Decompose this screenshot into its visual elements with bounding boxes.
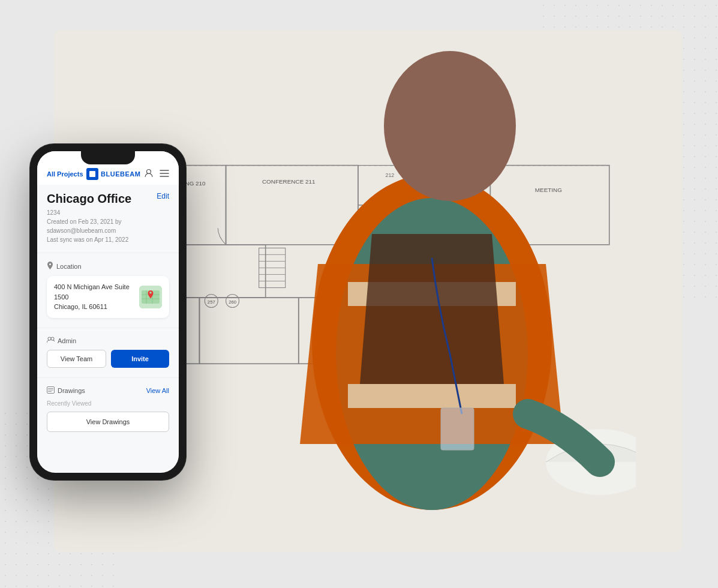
- location-card: 400 N Michigan Ave Suite 1500 Chicago, I…: [47, 276, 169, 318]
- svg-point-54: [48, 337, 51, 340]
- edit-link[interactable]: Edit: [157, 192, 169, 200]
- svg-rect-25: [299, 298, 431, 364]
- location-section-label: Location: [47, 262, 169, 271]
- svg-rect-5: [424, 166, 490, 205]
- project-title: Chicago Office: [47, 192, 131, 206]
- logo-box-inner: [89, 171, 95, 177]
- svg-text:MEETING: MEETING: [535, 187, 562, 193]
- location-icon: [47, 262, 53, 271]
- svg-point-55: [51, 337, 54, 340]
- svg-text:257: 257: [208, 299, 215, 305]
- divider-3: [37, 377, 179, 378]
- phone-body: All Projects BLUEBEAM: [30, 144, 186, 480]
- project-title-row: Chicago Office Edit: [47, 192, 169, 206]
- view-all-link[interactable]: View All: [146, 387, 169, 394]
- svg-rect-2: [226, 166, 358, 245]
- drawings-label: Drawings: [58, 387, 85, 394]
- user-icon[interactable]: [144, 169, 154, 180]
- svg-text:212: 212: [386, 172, 395, 178]
- address-line1: 400 N Michigan Ave Suite 1500: [54, 282, 139, 302]
- drawings-header: Drawings View All: [47, 386, 169, 395]
- view-drawings-button[interactable]: View Drawings: [47, 412, 169, 432]
- drawings-section-label: Drawings: [47, 386, 85, 395]
- admin-section-label: Admin: [47, 337, 169, 345]
- map-thumbnail[interactable]: [139, 286, 162, 308]
- svg-text:260: 260: [229, 299, 236, 305]
- logo-icon: [86, 168, 98, 180]
- recently-viewed-label: Recently Viewed: [47, 400, 169, 407]
- admin-icon: [47, 337, 55, 345]
- location-label: Location: [56, 263, 82, 270]
- phone-mockup: All Projects BLUEBEAM: [30, 144, 186, 480]
- project-sync: Last sync was on Apr 11, 2022: [47, 235, 169, 244]
- svg-rect-4: [358, 205, 424, 245]
- svg-text:215: 215: [452, 219, 461, 225]
- admin-label: Admin: [58, 337, 76, 344]
- bluebeam-logo: BLUEBEAM: [86, 168, 140, 180]
- drawings-icon: [47, 386, 55, 395]
- svg-rect-6: [424, 205, 490, 245]
- svg-rect-24: [199, 298, 298, 364]
- project-meta: 1234 Created on Feb 23, 2021 by sdawson@…: [47, 208, 169, 244]
- phone-content: Chicago Office Edit 1234 Created on Feb …: [37, 185, 179, 470]
- svg-rect-3: [358, 166, 424, 205]
- svg-text:214: 214: [452, 172, 461, 178]
- svg-text:CONFERENCE 211: CONFERENCE 211: [262, 178, 316, 185]
- phone-notch: [81, 151, 135, 164]
- location-text: 400 N Michigan Ave Suite 1500 Chicago, I…: [54, 282, 139, 312]
- menu-icon[interactable]: [160, 169, 169, 179]
- phone-screen: All Projects BLUEBEAM: [37, 151, 179, 473]
- logo-text: BLUEBEAM: [101, 170, 140, 178]
- svg-rect-7: [490, 166, 609, 245]
- address-line2: Chicago, IL 60611: [54, 302, 139, 312]
- project-id: 1234: [47, 208, 169, 217]
- project-created: Created on Feb 23, 2021 by sdawson@blueb…: [47, 217, 169, 235]
- admin-actions: View Team Invite: [47, 350, 169, 368]
- view-team-button[interactable]: View Team: [47, 350, 106, 368]
- invite-button[interactable]: Invite: [111, 350, 169, 368]
- all-projects-link[interactable]: All Projects: [47, 170, 83, 178]
- svg-text:213: 213: [386, 219, 395, 225]
- divider-1: [37, 253, 179, 253]
- divider-2: [37, 328, 179, 328]
- nav-icons: [144, 169, 169, 180]
